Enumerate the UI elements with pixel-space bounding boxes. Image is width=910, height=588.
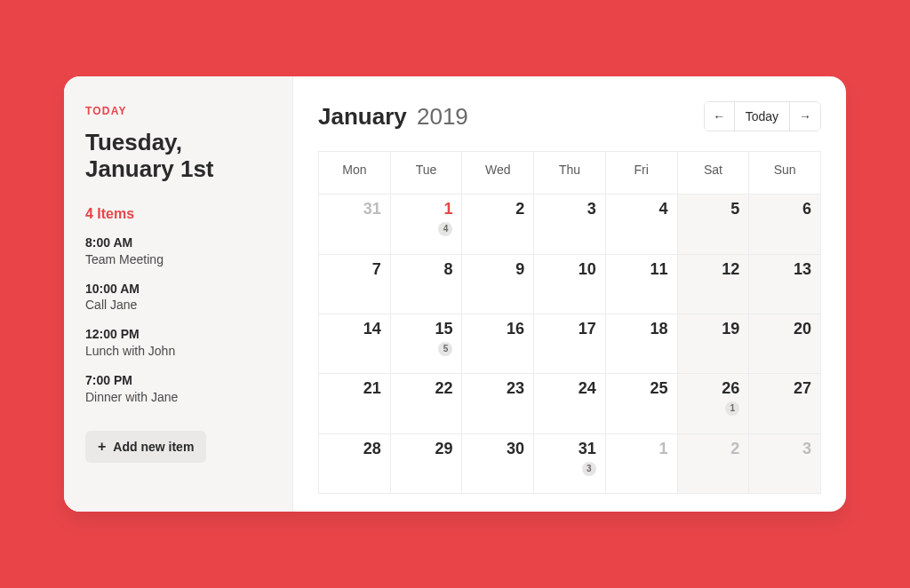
add-item-button[interactable]: + Add new item — [85, 431, 206, 463]
calendar-day[interactable]: 2 — [462, 195, 534, 254]
day-number: 23 — [467, 379, 524, 398]
calendar-day[interactable]: 6 — [749, 195, 821, 254]
day-number: 18 — [611, 320, 668, 338]
calendar-day[interactable]: 12 — [678, 255, 750, 314]
calendar-day[interactable]: 14 — [319, 314, 391, 374]
calendar-day[interactable]: 27 — [749, 374, 821, 433]
calendar-day[interactable]: 19 — [678, 314, 750, 374]
calendar-day[interactable]: 29 — [391, 434, 463, 494]
day-number: 22 — [396, 379, 453, 398]
calendar-day[interactable]: 20 — [749, 314, 821, 374]
day-number: 2 — [683, 440, 740, 458]
calendar-day[interactable]: 261 — [678, 374, 750, 433]
day-number: 25 — [611, 379, 668, 398]
calendar-grid: MonTueWedThuFriSatSun3114234567891011121… — [318, 151, 821, 494]
day-number: 12 — [683, 260, 740, 279]
day-number: 15 — [396, 320, 453, 338]
agenda-item[interactable]: 10:00 AMCall Jane — [85, 281, 271, 314]
calendar-day[interactable]: 2 — [678, 434, 750, 494]
day-number: 19 — [683, 320, 740, 338]
day-of-week-header: Sun — [749, 152, 821, 195]
year-number: 2019 — [417, 103, 468, 130]
day-number: 20 — [754, 320, 811, 338]
day-number: 30 — [467, 440, 524, 458]
arrow-left-icon: ← — [713, 109, 725, 123]
agenda-item-title: Lunch with John — [85, 343, 271, 360]
calendar-day[interactable]: 13 — [749, 255, 821, 314]
nav-group: ← Today → — [704, 101, 821, 131]
event-count-badge: 3 — [582, 462, 596, 476]
agenda-item-title: Team Meeting — [85, 251, 271, 268]
day-number: 28 — [324, 440, 381, 458]
day-number: 3 — [754, 440, 811, 458]
calendar-day[interactable]: 17 — [534, 314, 606, 374]
day-number: 21 — [324, 379, 381, 398]
calendar-day[interactable]: 24 — [534, 374, 606, 433]
agenda-item-time: 12:00 PM — [85, 326, 271, 343]
main-header: January 2019 ← Today → — [318, 101, 821, 131]
date-line-1: Tuesday, — [85, 129, 182, 155]
day-number: 5 — [683, 200, 740, 219]
day-of-week-header: Wed — [462, 152, 534, 195]
day-number: 6 — [754, 200, 811, 219]
calendar-day[interactable]: 3 — [749, 434, 821, 494]
calendar-day[interactable]: 23 — [462, 374, 534, 433]
calendar-day[interactable]: 9 — [462, 255, 534, 314]
prev-month-button[interactable]: ← — [705, 102, 735, 131]
day-number: 4 — [611, 200, 668, 219]
calendar-day[interactable]: 4 — [606, 195, 678, 254]
today-button[interactable]: Today — [735, 102, 790, 131]
agenda-item-time: 8:00 AM — [85, 234, 271, 251]
day-number: 27 — [754, 379, 811, 398]
sidebar: TODAY Tuesday, January 1st 4 Items 8:00 … — [64, 76, 293, 512]
day-number: 13 — [754, 260, 811, 279]
agenda-item[interactable]: 7:00 PMDinner with Jane — [85, 372, 271, 406]
agenda-item-title: Call Jane — [85, 297, 271, 314]
day-of-week-header: Tue — [391, 152, 463, 195]
today-label: TODAY — [85, 105, 271, 117]
calendar-day[interactable]: 31 — [319, 195, 391, 254]
calendar-day[interactable]: 28 — [319, 434, 391, 494]
agenda-item-title: Dinner with Jane — [85, 389, 271, 406]
agenda-item[interactable]: 12:00 PMLunch with John — [85, 326, 271, 360]
day-number: 10 — [539, 260, 596, 279]
calendar-day[interactable]: 10 — [534, 255, 606, 314]
day-number: 17 — [539, 320, 596, 338]
calendar-day[interactable]: 7 — [319, 255, 391, 314]
calendar-day[interactable]: 8 — [391, 255, 463, 314]
calendar-day[interactable]: 21 — [319, 374, 391, 433]
day-number: 1 — [611, 440, 668, 458]
day-number: 26 — [683, 379, 740, 398]
current-date-heading: Tuesday, January 1st — [85, 130, 271, 183]
calendar-day[interactable]: 18 — [606, 314, 678, 374]
calendar-day[interactable]: 5 — [678, 195, 750, 254]
day-number: 31 — [324, 200, 381, 219]
day-number: 3 — [539, 200, 596, 219]
calendar-day[interactable]: 1 — [606, 434, 678, 494]
calendar-day[interactable]: 313 — [534, 434, 606, 494]
items-count: 4 Items — [85, 206, 271, 222]
event-count-badge: 4 — [438, 222, 452, 236]
agenda-item-time: 10:00 AM — [85, 281, 271, 298]
calendar-day[interactable]: 30 — [462, 434, 534, 494]
day-number: 9 — [467, 260, 524, 279]
calendar-day[interactable]: 25 — [606, 374, 678, 433]
month-name: January — [318, 103, 407, 130]
calendar-day[interactable]: 22 — [391, 374, 463, 433]
day-number: 2 — [467, 200, 524, 219]
next-month-button[interactable]: → — [790, 102, 820, 131]
month-title: January 2019 — [318, 103, 468, 131]
calendar-day[interactable]: 3 — [534, 195, 606, 254]
calendar-day[interactable]: 14 — [391, 195, 463, 254]
main-panel: January 2019 ← Today → MonTueWedThuFriSa… — [293, 76, 846, 512]
calendar-day[interactable]: 11 — [606, 255, 678, 314]
day-number: 1 — [396, 200, 453, 219]
calendar-day[interactable]: 155 — [391, 314, 463, 374]
plus-icon: + — [98, 440, 106, 454]
calendar-day[interactable]: 16 — [462, 314, 534, 374]
add-item-label: Add new item — [113, 440, 194, 454]
day-number: 24 — [539, 379, 596, 398]
agenda-item[interactable]: 8:00 AMTeam Meeting — [85, 234, 271, 268]
day-number: 31 — [539, 440, 596, 458]
day-number: 7 — [324, 260, 381, 279]
